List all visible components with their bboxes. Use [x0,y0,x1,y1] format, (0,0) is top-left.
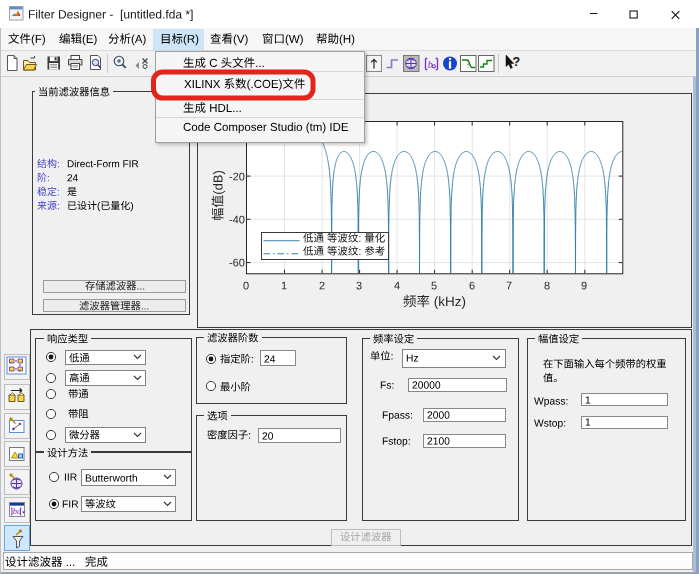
svg-text:ba: ba [13,506,21,516]
svg-text:b: b [427,59,432,70]
svg-text:?: ? [512,55,520,69]
